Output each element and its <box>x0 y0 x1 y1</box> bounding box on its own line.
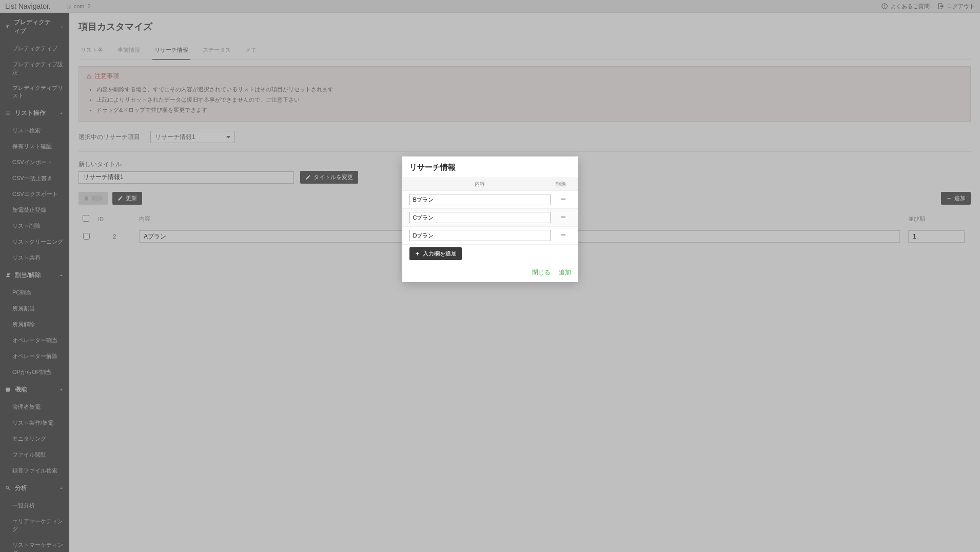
modal-row <box>402 209 578 227</box>
remove-row-button[interactable] <box>556 231 571 240</box>
modal-add-row: 入力欄を追加 <box>402 245 578 264</box>
minus-icon <box>560 213 567 221</box>
research-modal: リサーチ情報 内容 削除 入力欄を追加 閉じる 追加 <box>402 156 578 282</box>
add-field-text: 入力欄を追加 <box>423 250 457 258</box>
plus-icon <box>415 251 420 257</box>
minus-icon <box>560 231 567 239</box>
modal-title: リサーチ情報 <box>402 156 578 178</box>
add-field-button[interactable]: 入力欄を追加 <box>409 247 462 260</box>
modal-input[interactable] <box>409 212 551 223</box>
modal-th-content: 内容 <box>409 181 551 188</box>
remove-row-button[interactable] <box>556 195 571 204</box>
modal-input[interactable] <box>409 230 551 241</box>
svg-rect-3 <box>561 234 565 235</box>
modal-overlay[interactable]: リサーチ情報 内容 削除 入力欄を追加 閉じる 追加 <box>0 0 980 552</box>
modal-close-button[interactable]: 閉じる <box>532 268 551 277</box>
modal-footer: 閉じる 追加 <box>402 264 578 282</box>
modal-row <box>402 227 578 245</box>
modal-row <box>402 191 578 209</box>
modal-input[interactable] <box>409 194 551 205</box>
modal-th-delete: 削除 <box>551 181 571 188</box>
modal-thead: 内容 削除 <box>402 178 578 191</box>
svg-rect-1 <box>561 199 565 199</box>
minus-icon <box>560 195 567 203</box>
remove-row-button[interactable] <box>556 213 571 222</box>
svg-rect-2 <box>561 216 565 217</box>
modal-submit-button[interactable]: 追加 <box>559 268 571 277</box>
